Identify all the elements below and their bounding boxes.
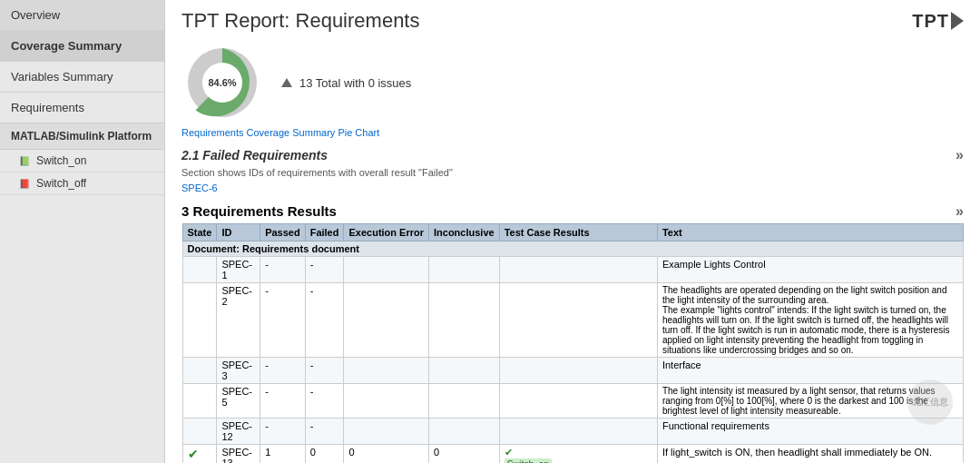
row-passed: -	[260, 358, 306, 384]
row-exec	[344, 257, 429, 283]
row-state	[182, 419, 217, 445]
chart-caption[interactable]: Requirements Coverage Summary Pie Chart	[181, 127, 964, 138]
row-exec	[344, 419, 429, 445]
row-text: If light_switch is ON, then headlight sh…	[657, 445, 963, 464]
switch-on-link[interactable]: Switch_on[ID=4]	[505, 458, 652, 463]
table-row: SPEC-12 - - Functional requirements	[182, 419, 964, 445]
row-passed: -	[260, 384, 306, 419]
row-failed: -	[305, 384, 344, 419]
row-id: SPEC-3	[217, 358, 260, 384]
row-testcase	[499, 419, 657, 445]
group-label: Document: Requirements document	[182, 241, 964, 257]
row-state	[182, 283, 217, 358]
tpt-logo-arrow-icon	[951, 12, 964, 30]
row-passed: -	[260, 257, 306, 283]
table-row: SPEC-5 - - The light intensity ist measu…	[182, 384, 964, 419]
switch-on-badge: Switch_on[ID=4]	[505, 458, 552, 463]
row-failed: 0	[305, 445, 344, 464]
col-id: ID	[217, 224, 260, 241]
sidebar: Overview Coverage Summary Variables Summ…	[0, 0, 165, 463]
table-row: SPEC-1 - - Example Lights Control	[182, 257, 964, 283]
collapse-req-icon[interactable]: »	[956, 203, 964, 220]
row-id: SPEC-2	[217, 283, 260, 358]
spec6-link[interactable]: SPEC-6	[181, 182, 218, 193]
row-testcase: ✔ Switch_on[ID=4] Test case is linked to…	[499, 445, 657, 464]
triangle-icon	[281, 78, 292, 87]
checkmark-icon: ✔	[188, 447, 199, 461]
sidebar-file-switch-on[interactable]: 📗 Switch_on	[0, 150, 164, 172]
row-inconclusive	[429, 384, 500, 419]
row-failed: -	[305, 283, 344, 358]
row-state	[182, 384, 217, 419]
row-testcase	[499, 283, 657, 358]
col-inconclusive: Inconclusive	[429, 224, 500, 241]
watermark-circle: 北汇信息	[907, 379, 953, 425]
requirements-table: State ID Passed Failed Execution Error I…	[181, 223, 964, 463]
collapse-failed-icon[interactable]: »	[956, 147, 964, 163]
row-exec: 0	[344, 445, 429, 464]
row-exec	[344, 283, 429, 358]
row-state-check: ✔	[182, 445, 217, 464]
row-state	[182, 257, 217, 283]
row-passed: 1	[260, 445, 306, 464]
row-failed: -	[305, 358, 344, 384]
row-text: Example Lights Control	[657, 257, 963, 283]
row-text: The headlights are operated depending on…	[657, 283, 963, 358]
sidebar-item-variables-summary[interactable]: Variables Summary	[0, 62, 164, 93]
row-id: SPEC-13	[217, 445, 260, 464]
pie-chart: 84.6%	[181, 42, 263, 123]
row-exec	[344, 358, 429, 384]
row-inconclusive: 0	[429, 445, 500, 464]
page-header: TPT Report: Requirements TPT	[181, 9, 964, 33]
col-state: State	[182, 224, 217, 241]
sidebar-item-coverage-summary[interactable]: Coverage Summary	[0, 31, 164, 62]
failed-section-header: 2.1 Failed Requirements »	[181, 147, 964, 163]
row-passed: -	[260, 419, 306, 445]
req-table-header: 3 Requirements Results »	[181, 203, 964, 220]
row-id: SPEC-12	[217, 419, 260, 445]
coverage-section: 84.6% 13 Total with 0 issues	[181, 42, 964, 123]
pie-percentage: 84.6%	[208, 77, 236, 88]
row-id: SPEC-1	[217, 257, 260, 283]
sidebar-file-switch-off[interactable]: 📕 Switch_off	[0, 172, 164, 195]
coverage-info: 13 Total with 0 issues	[281, 76, 411, 90]
group-header-row: Document: Requirements document	[182, 241, 964, 257]
row-testcase	[499, 358, 657, 384]
main-content: TPT Report: Requirements TPT 84.6% 13 To…	[165, 0, 980, 463]
page-title: TPT Report: Requirements	[181, 9, 419, 33]
col-failed: Failed	[305, 224, 344, 241]
table-row-spec13: ✔ SPEC-13 1 0 0 0 ✔ Switch_on[ID=4] Test…	[182, 445, 964, 464]
green-file-icon: 📗	[18, 154, 31, 167]
platform-section-header: MATLAB/Simulink Platform	[0, 123, 164, 150]
row-testcase	[499, 384, 657, 419]
row-passed: -	[260, 283, 306, 358]
row-inconclusive	[429, 358, 500, 384]
table-row: SPEC-3 - - Interface	[182, 358, 964, 384]
row-exec	[344, 384, 429, 419]
row-inconclusive	[429, 419, 500, 445]
red-file-icon: 📕	[18, 177, 31, 190]
col-exec-error: Execution Error	[344, 224, 429, 241]
row-id: SPEC-5	[217, 384, 260, 419]
row-state	[182, 358, 217, 384]
col-test-case: Test Case Results	[499, 224, 657, 241]
failed-section-desc: Section shows IDs of requirements with o…	[181, 167, 964, 178]
row-testcase	[499, 257, 657, 283]
col-passed: Passed	[260, 224, 306, 241]
row-failed: -	[305, 257, 344, 283]
row-inconclusive	[429, 257, 500, 283]
sidebar-item-overview[interactable]: Overview	[0, 0, 164, 31]
col-text: Text	[657, 224, 963, 241]
row-inconclusive	[429, 283, 500, 358]
tc-check-icon: ✔	[505, 447, 513, 458]
sidebar-item-requirements[interactable]: Requirements	[0, 93, 164, 123]
tpt-logo: TPT	[912, 11, 964, 32]
watermark: 北汇信息	[907, 379, 953, 427]
table-row: SPEC-2 - - The headlights are operated d…	[182, 283, 964, 358]
row-failed: -	[305, 419, 344, 445]
